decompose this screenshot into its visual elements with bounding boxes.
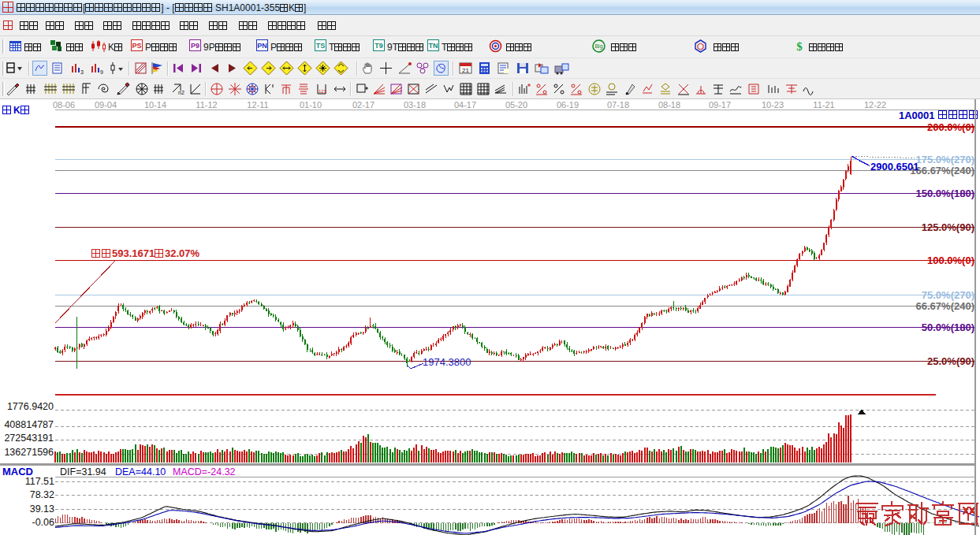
svg-text:2900.6501: 2900.6501 (870, 161, 919, 173)
svg-text:TS: TS (316, 42, 326, 50)
svg-text:25.0%(90): 25.0%(90) (927, 355, 974, 367)
svg-text:166.67%(240): 166.67%(240) (910, 165, 974, 176)
svg-text:09-17: 09-17 (709, 100, 731, 110)
svg-text:01-10: 01-10 (300, 100, 322, 110)
svg-text:12-22: 12-22 (864, 100, 886, 110)
svg-text:-0.06: -0.06 (32, 517, 55, 528)
svg-text:11-12: 11-12 (196, 100, 217, 110)
svg-text:K: K (13, 105, 20, 116)
svg-text:07-18: 07-18 (607, 100, 629, 110)
svg-text:10-14: 10-14 (144, 100, 166, 110)
svg-text:75.0%(270): 75.0%(270) (922, 289, 974, 301)
svg-text:1A0001: 1A0001 (899, 110, 935, 121)
svg-text:32.07%: 32.07% (165, 247, 200, 259)
svg-text:50.0%(180): 50.0%(180) (922, 321, 974, 333)
svg-text:21: 21 (462, 67, 469, 74)
svg-text:1776.9420: 1776.9420 (7, 401, 54, 412)
svg-text:9: 9 (100, 69, 103, 75)
svg-text:04-17: 04-17 (454, 100, 476, 110)
svg-text:$: $ (796, 40, 803, 53)
svg-text:n2: n2 (178, 90, 184, 95)
svg-text:200.0%(0): 200.0%(0) (927, 121, 974, 133)
svg-text:175.0%(270): 175.0%(270) (916, 154, 974, 165)
svg-text:08-18: 08-18 (658, 100, 680, 110)
svg-text:117.51: 117.51 (25, 476, 54, 487)
svg-text:02-17: 02-17 (352, 100, 374, 110)
svg-text:DEA=44.10: DEA=44.10 (115, 466, 166, 477)
svg-text:03-18: 03-18 (404, 100, 426, 110)
svg-text:PS: PS (132, 42, 141, 50)
svg-text:05-20: 05-20 (505, 100, 527, 110)
svg-text:100.0%(0): 100.0%(0) (927, 254, 974, 266)
svg-text:11-21: 11-21 (813, 100, 834, 110)
svg-text:593.1671: 593.1671 (112, 247, 155, 259)
svg-text:78.32: 78.32 (30, 489, 54, 500)
svg-text:3: 3 (80, 69, 84, 75)
svg-text:125.0%(90): 125.0%(90) (922, 221, 974, 233)
svg-text:272543191: 272543191 (4, 433, 54, 444)
svg-text:66.67%(240): 66.67%(240) (916, 300, 974, 312)
svg-text:MACD=-24.32: MACD=-24.32 (173, 466, 236, 477)
svg-text:10-23: 10-23 (762, 100, 784, 110)
svg-text:06-19: 06-19 (557, 100, 579, 110)
svg-text:123: 123 (319, 89, 327, 94)
svg-text:TN: TN (429, 42, 438, 50)
svg-text:08-06: 08-06 (53, 100, 75, 110)
svg-text:39.13: 39.13 (30, 503, 54, 515)
svg-text:DIF=31.94: DIF=31.94 (60, 466, 106, 477)
svg-text:136271596: 136271596 (4, 447, 54, 458)
svg-text:PN: PN (257, 42, 267, 50)
svg-text:09-04: 09-04 (95, 100, 117, 110)
svg-text:408814787: 408814787 (4, 419, 54, 430)
svg-text:P9: P9 (191, 42, 199, 50)
svg-text:T9: T9 (374, 42, 383, 50)
svg-text:Big: Big (594, 43, 602, 50)
svg-text:150.0%(180): 150.0%(180) (916, 188, 974, 199)
svg-text:1974.3800: 1974.3800 (423, 356, 471, 368)
svg-text:12-11: 12-11 (247, 100, 268, 110)
